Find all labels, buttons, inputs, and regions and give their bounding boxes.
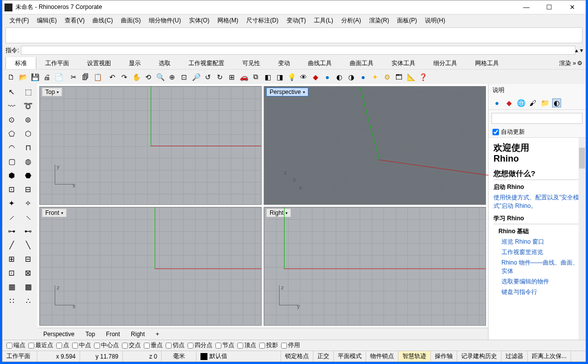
command-scroll-icon[interactable]: ▲▼ — [576, 47, 583, 54]
four-view-icon[interactable]: ⊞ — [226, 72, 237, 83]
tool-button[interactable]: ✧ — [20, 196, 36, 210]
new-file-icon[interactable]: 🗋 — [5, 72, 16, 83]
tool-button[interactable]: ⬣ — [20, 169, 36, 182]
osnap-item[interactable]: 点 — [56, 341, 69, 350]
viewport-front-label[interactable]: Front▾ — [42, 208, 67, 217]
sphere2-icon[interactable]: ◑ — [346, 72, 357, 83]
status-layer[interactable]: 默认值 — [196, 351, 281, 362]
brush-icon[interactable]: 🖌 — [528, 98, 537, 107]
set-cplane-icon[interactable]: ⧉ — [250, 72, 261, 83]
print-icon[interactable]: 🖨 — [41, 72, 52, 83]
viewport-right-label[interactable]: Right▾ — [266, 208, 291, 217]
toolbar-tab-overflow[interactable]: 渲染 » — [559, 59, 577, 68]
help-link[interactable]: 巡览 Rhino 窗口 — [493, 237, 581, 247]
redo-view-icon[interactable]: ↻ — [214, 72, 225, 83]
help-link[interactable]: 键盘与指令行 — [493, 287, 581, 297]
status-toggle[interactable]: 物件锁点 — [366, 351, 398, 362]
menu-item[interactable]: 网格(M) — [213, 15, 242, 26]
status-toggle[interactable]: 智慧轨迹 — [398, 351, 431, 362]
rotate-view-icon[interactable]: ⟲ — [143, 72, 154, 83]
dropdown-icon[interactable]: ▾ — [286, 211, 288, 215]
menu-item[interactable]: 曲线(C) — [89, 15, 117, 26]
tool-button[interactable]: ▢ — [3, 155, 20, 169]
minimize-button[interactable]: — — [515, 0, 538, 14]
menu-item[interactable]: 查看(V) — [61, 15, 89, 26]
status-toggle[interactable]: 操作轴 — [431, 351, 457, 362]
close-button[interactable]: ✕ — [561, 0, 584, 14]
tool-button[interactable]: ↖ — [3, 85, 20, 99]
scrollbar-thumb[interactable] — [579, 148, 585, 169]
viewport-perspective[interactable]: Perspective▾ z y x — [264, 86, 486, 205]
folder-icon[interactable]: 📁 — [540, 98, 549, 107]
menu-item[interactable]: 渲染(R) — [365, 15, 393, 26]
open-file-icon[interactable]: 📂 — [17, 72, 28, 83]
toolbar-tab[interactable]: 网格工具 — [466, 57, 508, 69]
hide-icon[interactable]: 👁 — [298, 72, 309, 83]
filter-icon[interactable]: 📐 — [405, 72, 416, 83]
toolbar-tab[interactable]: 变动 — [269, 57, 299, 69]
shade-icon[interactable]: ◆ — [310, 72, 321, 83]
zoom-dynamic-icon[interactable]: ⊕ — [167, 72, 178, 83]
osnap-item[interactable]: 端点 — [6, 341, 25, 350]
toolbar-tab[interactable]: 选取 — [150, 57, 180, 69]
viewport-tab[interactable]: Front — [104, 330, 122, 339]
tool-button[interactable]: ╲ — [20, 238, 36, 252]
toolbar-tab[interactable]: 设置视图 — [78, 57, 120, 69]
render-icon[interactable]: ● — [322, 72, 333, 83]
cplane-tool-icon[interactable]: ◧ — [262, 72, 273, 83]
toolbar-tab[interactable]: 标准 — [5, 57, 36, 69]
save-icon[interactable]: 💾 — [29, 72, 40, 83]
help-search-input[interactable] — [491, 113, 583, 124]
osnap-item[interactable]: 顶点 — [237, 341, 256, 350]
toolbar-tab[interactable]: 曲面工具 — [341, 57, 383, 69]
tool-button[interactable]: ⊚ — [20, 113, 36, 127]
osnap-item[interactable]: 投影 — [259, 341, 278, 350]
help-selected-icon[interactable]: ◐ — [552, 98, 561, 107]
menu-item[interactable]: 面板(P) — [393, 15, 421, 26]
sphere3-icon[interactable]: ● — [358, 72, 369, 83]
zoom-selected-icon[interactable]: 🔎 — [191, 72, 201, 83]
tool-button[interactable]: ◠ — [3, 141, 20, 155]
toolbar-tab[interactable]: 工作视窗配置 — [180, 57, 233, 69]
dropdown-icon[interactable]: ▾ — [61, 211, 63, 215]
tool-button[interactable]: ⊙ — [3, 113, 20, 127]
viewport-tab[interactable]: Right — [129, 330, 147, 339]
menu-item[interactable]: 工具(L) — [310, 15, 337, 26]
menu-item[interactable]: 文件(F) — [5, 15, 33, 26]
menu-item[interactable]: 尺寸标注(D) — [242, 15, 283, 26]
properties-icon[interactable]: 🗔 — [393, 72, 404, 83]
tool-button[interactable]: ⟍ — [20, 210, 36, 224]
status-toggle[interactable]: 过滤器 — [501, 351, 528, 362]
pointer-icon[interactable]: ✦ — [370, 72, 381, 83]
osnap-item[interactable]: 交点 — [122, 341, 141, 350]
maximize-button[interactable]: ☐ — [538, 0, 561, 14]
tool-button[interactable]: ⊶ — [3, 224, 20, 238]
toolbar-tab[interactable]: 细分工具 — [424, 57, 466, 69]
cut-icon[interactable]: ✂ — [68, 72, 79, 83]
tool-button[interactable]: ⊞ — [3, 252, 20, 266]
toolbar-tab[interactable]: 曲线工具 — [299, 57, 341, 69]
help-scrollbar[interactable] — [579, 138, 586, 340]
osnap-item[interactable]: 中点 — [72, 341, 91, 350]
zoom-extents-icon[interactable]: ⊡ — [179, 72, 190, 83]
help-link[interactable]: Rhino 物件——曲线、曲面、实体 — [493, 258, 581, 276]
status-unit[interactable]: 毫米 — [162, 351, 196, 362]
globe-icon[interactable]: 🌐 — [516, 98, 525, 107]
tool-button[interactable]: ∴ — [20, 294, 36, 308]
tool-button[interactable]: ⟋ — [3, 210, 20, 224]
osnap-item[interactable]: 最近点 — [28, 341, 53, 350]
viewport-perspective-label[interactable]: Perspective▾ — [266, 88, 308, 96]
viewport-front[interactable]: Front▾ z x — [39, 207, 262, 326]
tool-button[interactable]: ⊟ — [20, 252, 36, 266]
named-cplane-icon[interactable]: ◨ — [274, 72, 285, 83]
status-toggle[interactable]: 正交 — [313, 351, 334, 362]
auto-update-checkbox[interactable]: 自动更新 — [489, 127, 586, 137]
osnap-item[interactable]: 切点 — [166, 341, 185, 350]
tool-button[interactable]: ⊟ — [20, 182, 36, 196]
copy-icon[interactable]: 🗐 — [80, 72, 91, 83]
tool-button[interactable]: ⊡ — [3, 182, 20, 196]
toolbar-tab[interactable]: 工作平面 — [36, 57, 78, 69]
undo-icon[interactable]: ↶ — [107, 72, 118, 83]
tool-button[interactable]: ▦ — [3, 280, 20, 294]
status-toggle[interactable]: 距离上次保... — [528, 351, 571, 362]
